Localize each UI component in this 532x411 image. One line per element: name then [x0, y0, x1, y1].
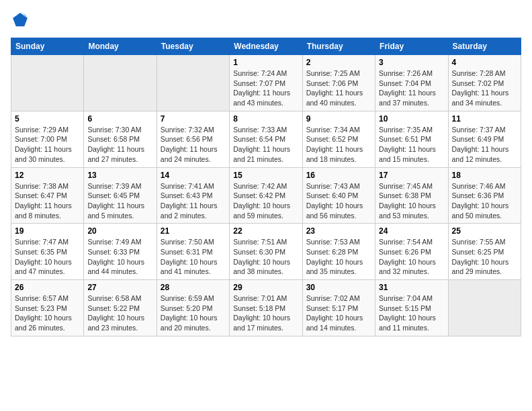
weekday-header-monday: Monday [84, 38, 157, 55]
page-header [11, 11, 521, 30]
calendar-cell: 9Sunrise: 7:34 AM Sunset: 6:52 PM Daylig… [302, 111, 375, 167]
day-info: Sunrise: 7:53 AM Sunset: 6:28 PM Dayligh… [306, 237, 371, 277]
calendar-cell [84, 55, 157, 111]
logo [11, 11, 32, 30]
calendar-cell: 18Sunrise: 7:46 AM Sunset: 6:36 PM Dayli… [448, 167, 521, 224]
calendar-cell: 31Sunrise: 7:04 AM Sunset: 5:15 PM Dayli… [375, 280, 448, 336]
weekday-header-friday: Friday [375, 38, 448, 55]
calendar-cell: 27Sunrise: 6:58 AM Sunset: 5:22 PM Dayli… [84, 280, 157, 336]
calendar-cell: 24Sunrise: 7:54 AM Sunset: 6:26 PM Dayli… [375, 224, 448, 280]
day-number: 16 [306, 171, 371, 180]
day-info: Sunrise: 7:32 AM Sunset: 6:56 PM Dayligh… [161, 125, 226, 165]
day-info: Sunrise: 7:47 AM Sunset: 6:35 PM Dayligh… [15, 237, 80, 277]
calendar-table: SundayMondayTuesdayWednesdayThursdayFrid… [11, 38, 521, 336]
calendar-cell: 19Sunrise: 7:47 AM Sunset: 6:35 PM Dayli… [11, 224, 84, 280]
calendar-cell: 8Sunrise: 7:33 AM Sunset: 6:54 PM Daylig… [230, 111, 302, 167]
calendar-cell: 3Sunrise: 7:26 AM Sunset: 7:04 PM Daylig… [375, 55, 448, 111]
calendar-cell: 17Sunrise: 7:45 AM Sunset: 6:38 PM Dayli… [375, 167, 448, 224]
day-info: Sunrise: 7:33 AM Sunset: 6:54 PM Dayligh… [233, 125, 298, 165]
calendar-row-3: 12Sunrise: 7:38 AM Sunset: 6:47 PM Dayli… [11, 167, 521, 224]
calendar-cell: 26Sunrise: 6:57 AM Sunset: 5:23 PM Dayli… [11, 280, 84, 336]
day-info: Sunrise: 7:39 AM Sunset: 6:45 PM Dayligh… [87, 181, 152, 221]
calendar-row-2: 5Sunrise: 7:29 AM Sunset: 7:00 PM Daylig… [11, 111, 521, 167]
calendar-cell [11, 55, 84, 111]
day-info: Sunrise: 6:59 AM Sunset: 5:20 PM Dayligh… [161, 293, 226, 333]
calendar-cell: 7Sunrise: 7:32 AM Sunset: 6:56 PM Daylig… [157, 111, 229, 167]
calendar-cell: 30Sunrise: 7:02 AM Sunset: 5:17 PM Dayli… [302, 280, 375, 336]
day-number: 28 [161, 283, 226, 292]
day-number: 29 [233, 283, 298, 292]
day-info: Sunrise: 6:57 AM Sunset: 5:23 PM Dayligh… [15, 293, 80, 333]
day-info: Sunrise: 7:41 AM Sunset: 6:43 PM Dayligh… [161, 181, 226, 221]
day-info: Sunrise: 7:25 AM Sunset: 7:06 PM Dayligh… [306, 68, 371, 108]
day-number: 12 [15, 171, 80, 180]
calendar-cell: 12Sunrise: 7:38 AM Sunset: 6:47 PM Dayli… [11, 167, 84, 224]
day-info: Sunrise: 7:02 AM Sunset: 5:17 PM Dayligh… [306, 293, 371, 333]
day-number: 1 [233, 58, 298, 67]
calendar-cell: 23Sunrise: 7:53 AM Sunset: 6:28 PM Dayli… [302, 224, 375, 280]
day-info: Sunrise: 7:37 AM Sunset: 6:49 PM Dayligh… [452, 125, 517, 165]
day-number: 30 [306, 283, 371, 292]
calendar-cell: 15Sunrise: 7:42 AM Sunset: 6:42 PM Dayli… [230, 167, 302, 224]
weekday-header-saturday: Saturday [448, 38, 521, 55]
day-info: Sunrise: 7:34 AM Sunset: 6:52 PM Dayligh… [306, 125, 371, 165]
day-number: 9 [306, 114, 371, 124]
day-info: Sunrise: 7:45 AM Sunset: 6:38 PM Dayligh… [379, 181, 444, 221]
day-number: 26 [15, 283, 80, 292]
day-number: 4 [452, 58, 517, 67]
day-info: Sunrise: 7:38 AM Sunset: 6:47 PM Dayligh… [15, 181, 80, 221]
calendar-row-1: 1Sunrise: 7:24 AM Sunset: 7:07 PM Daylig… [11, 55, 521, 111]
day-number: 5 [15, 114, 80, 124]
calendar-cell [448, 280, 521, 336]
day-info: Sunrise: 6:58 AM Sunset: 5:22 PM Dayligh… [87, 293, 152, 333]
day-info: Sunrise: 7:42 AM Sunset: 6:42 PM Dayligh… [233, 181, 298, 221]
calendar-cell: 1Sunrise: 7:24 AM Sunset: 7:07 PM Daylig… [230, 55, 302, 111]
calendar-cell: 5Sunrise: 7:29 AM Sunset: 7:00 PM Daylig… [11, 111, 84, 167]
day-info: Sunrise: 7:55 AM Sunset: 6:25 PM Dayligh… [452, 237, 517, 277]
day-info: Sunrise: 7:29 AM Sunset: 7:00 PM Dayligh… [15, 125, 80, 165]
day-number: 10 [379, 114, 444, 124]
day-info: Sunrise: 7:26 AM Sunset: 7:04 PM Dayligh… [379, 68, 444, 108]
calendar-header-row: SundayMondayTuesdayWednesdayThursdayFrid… [11, 38, 521, 55]
calendar-cell: 21Sunrise: 7:50 AM Sunset: 6:31 PM Dayli… [157, 224, 229, 280]
day-number: 2 [306, 58, 371, 67]
calendar-cell: 6Sunrise: 7:30 AM Sunset: 6:58 PM Daylig… [84, 111, 157, 167]
day-info: Sunrise: 7:35 AM Sunset: 6:51 PM Dayligh… [379, 125, 444, 165]
weekday-header-wednesday: Wednesday [230, 38, 302, 55]
weekday-header-tuesday: Tuesday [157, 38, 229, 55]
day-number: 18 [452, 171, 517, 180]
calendar-cell: 13Sunrise: 7:39 AM Sunset: 6:45 PM Dayli… [84, 167, 157, 224]
calendar-cell [157, 55, 229, 111]
day-number: 20 [87, 226, 152, 236]
calendar-cell: 11Sunrise: 7:37 AM Sunset: 6:49 PM Dayli… [448, 111, 521, 167]
day-number: 19 [15, 226, 80, 236]
calendar-cell: 10Sunrise: 7:35 AM Sunset: 6:51 PM Dayli… [375, 111, 448, 167]
day-number: 11 [452, 114, 517, 124]
day-info: Sunrise: 7:43 AM Sunset: 6:40 PM Dayligh… [306, 181, 371, 221]
day-info: Sunrise: 7:28 AM Sunset: 7:02 PM Dayligh… [452, 68, 517, 108]
day-number: 3 [379, 58, 444, 67]
day-info: Sunrise: 7:49 AM Sunset: 6:33 PM Dayligh… [87, 237, 152, 277]
day-number: 8 [233, 114, 298, 124]
calendar-cell: 25Sunrise: 7:55 AM Sunset: 6:25 PM Dayli… [448, 224, 521, 280]
day-number: 27 [87, 283, 152, 292]
day-number: 21 [161, 226, 226, 236]
day-number: 17 [379, 171, 444, 180]
calendar-cell: 16Sunrise: 7:43 AM Sunset: 6:40 PM Dayli… [302, 167, 375, 224]
calendar-cell: 28Sunrise: 6:59 AM Sunset: 5:20 PM Dayli… [157, 280, 229, 336]
calendar-cell: 20Sunrise: 7:49 AM Sunset: 6:33 PM Dayli… [84, 224, 157, 280]
day-info: Sunrise: 7:30 AM Sunset: 6:58 PM Dayligh… [87, 125, 152, 165]
day-info: Sunrise: 7:01 AM Sunset: 5:18 PM Dayligh… [233, 293, 298, 333]
day-info: Sunrise: 7:51 AM Sunset: 6:30 PM Dayligh… [233, 237, 298, 277]
calendar-row-5: 26Sunrise: 6:57 AM Sunset: 5:23 PM Dayli… [11, 280, 521, 336]
calendar-cell: 29Sunrise: 7:01 AM Sunset: 5:18 PM Dayli… [230, 280, 302, 336]
day-number: 22 [233, 226, 298, 236]
day-number: 14 [161, 171, 226, 180]
calendar-cell: 22Sunrise: 7:51 AM Sunset: 6:30 PM Dayli… [230, 224, 302, 280]
day-number: 25 [452, 226, 517, 236]
calendar-cell: 14Sunrise: 7:41 AM Sunset: 6:43 PM Dayli… [157, 167, 229, 224]
day-number: 24 [379, 226, 444, 236]
calendar-row-4: 19Sunrise: 7:47 AM Sunset: 6:35 PM Dayli… [11, 224, 521, 280]
day-number: 6 [87, 114, 152, 124]
day-info: Sunrise: 7:54 AM Sunset: 6:26 PM Dayligh… [379, 237, 444, 277]
